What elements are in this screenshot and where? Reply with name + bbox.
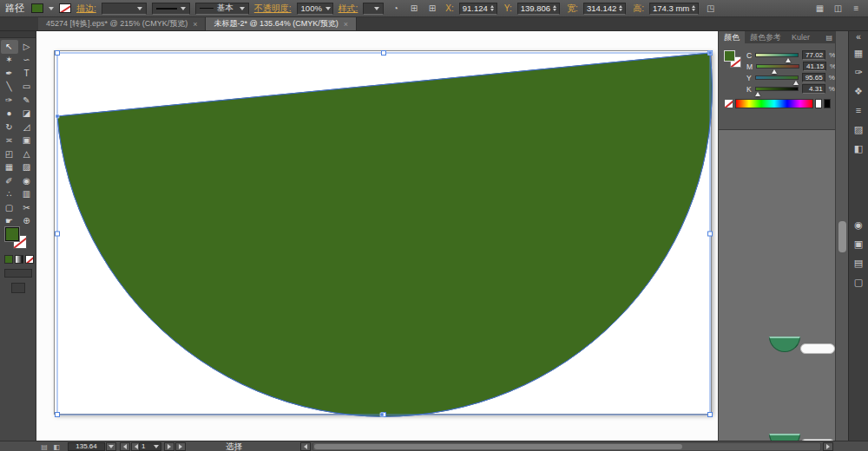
column-graph-tool[interactable]: ▥ <box>18 188 36 202</box>
status-menu-icon[interactable]: ▤ <box>40 442 49 451</box>
selection-handle[interactable] <box>56 413 60 417</box>
expand-panels-icon[interactable]: « <box>849 31 868 43</box>
next-artboard-icon[interactable] <box>164 442 174 451</box>
document-tab-inactive[interactable]: 45274 [转换].eps* @ 215% (CMYK/预览) × <box>38 17 206 30</box>
scale-tool[interactable]: ◿ <box>18 121 36 134</box>
drawing-mode-button[interactable] <box>4 269 32 278</box>
yellow-slider[interactable] <box>755 75 799 80</box>
fill-color-swatch[interactable] <box>31 3 43 13</box>
stroke-color-swatch[interactable] <box>59 3 71 13</box>
status-grid-icon[interactable]: ◧ <box>52 442 61 451</box>
panel-icon-layers[interactable]: ▤ <box>849 253 868 272</box>
gradient-tool[interactable]: ▨ <box>18 161 36 175</box>
fill-dropdown-arrow-icon[interactable] <box>49 7 54 10</box>
black-value-field[interactable]: 4.31 <box>802 84 825 94</box>
arrange-documents-icon[interactable]: ▦ <box>813 3 826 15</box>
fill-color-proxy[interactable] <box>724 50 735 62</box>
y-position-field[interactable]: 139.806 <box>517 3 560 15</box>
none-button[interactable] <box>25 255 34 264</box>
none-swatch[interactable] <box>724 99 733 108</box>
panel-icon-artboards[interactable]: ▢ <box>849 272 868 291</box>
scrollbar-thumb[interactable] <box>838 221 846 252</box>
panel-icon-stroke[interactable]: ≡ <box>849 101 868 120</box>
tools-panel-header[interactable] <box>0 31 36 38</box>
tab-color-guide[interactable]: 颜色参考 <box>745 31 786 43</box>
line-segment-tool[interactable]: ╲ <box>1 81 18 95</box>
anchor-point[interactable] <box>380 413 384 416</box>
panel-icon-brushes[interactable]: ✑ <box>849 62 868 82</box>
style-label[interactable]: 样式: <box>339 3 358 15</box>
scroll-right-icon[interactable] <box>823 442 833 451</box>
workspace-switcher-icon[interactable]: ◫ <box>832 3 845 15</box>
scrollbar-thumb[interactable] <box>314 444 682 449</box>
perspective-grid-tool[interactable]: △ <box>18 147 36 161</box>
black-swatch[interactable] <box>824 99 831 108</box>
artboard-number-field[interactable]: 1 <box>139 442 161 451</box>
stepper-arrows-icon[interactable] <box>692 5 695 11</box>
zoom-dropdown-arrow-icon[interactable] <box>106 442 116 451</box>
color-button[interactable] <box>4 255 13 264</box>
magenta-value-field[interactable]: 41.15 <box>803 62 826 71</box>
document-tab-active[interactable]: 未标题-2* @ 135.64% (CMYK/预览) × <box>206 17 356 30</box>
paintbrush-tool[interactable]: ✑ <box>1 94 18 108</box>
x-position-field[interactable]: 91.124 <box>459 3 497 15</box>
anchor-point[interactable] <box>56 114 59 118</box>
stepper-arrows-icon[interactable] <box>619 5 622 11</box>
tab-kuler[interactable]: Kuler <box>786 31 815 43</box>
stroke-label[interactable]: 描边: <box>76 3 96 15</box>
symbol-sprayer-tool[interactable]: ∴ <box>1 188 18 202</box>
free-transform-tool[interactable]: ▣ <box>18 134 36 148</box>
slider-thumb[interactable] <box>755 92 760 96</box>
rotate-tool[interactable]: ↻ <box>1 121 18 134</box>
magic-wand-tool[interactable]: ✶ <box>1 54 18 68</box>
panel-icon-graphic-styles[interactable]: ▣ <box>849 234 868 253</box>
magenta-slider[interactable] <box>756 64 799 69</box>
panel-icon-swatches[interactable]: ▦ <box>849 43 868 62</box>
direct-selection-tool[interactable]: ▷ <box>18 40 36 54</box>
stroke-style-dropdown[interactable] <box>152 3 190 15</box>
close-icon[interactable]: × <box>193 20 197 29</box>
fill-color-proxy[interactable] <box>5 227 19 241</box>
last-artboard-icon[interactable] <box>175 442 186 451</box>
lasso-tool[interactable]: ∽ <box>18 54 36 68</box>
first-artboard-icon[interactable] <box>120 442 130 451</box>
close-icon[interactable]: × <box>344 20 348 29</box>
recolor-artwork-icon[interactable]: ◔ <box>389 3 402 15</box>
panel-icon-transparency[interactable]: ◧ <box>849 139 868 158</box>
selection-handle[interactable] <box>56 232 60 236</box>
pen-tool[interactable]: ✒ <box>1 67 18 81</box>
opacity-dropdown[interactable]: 100% <box>297 3 333 15</box>
opacity-label[interactable]: 不透明度: <box>254 3 292 15</box>
anchor-point[interactable] <box>708 51 712 55</box>
mesh-tool[interactable]: ▦ <box>1 161 18 175</box>
height-field[interactable]: 174.3 mm <box>649 3 699 15</box>
blend-tool[interactable]: ◉ <box>18 174 36 188</box>
color-spectrum-ramp[interactable] <box>735 99 813 108</box>
tab-color[interactable]: 颜色 <box>719 31 745 43</box>
pencil-tool[interactable]: ✎ <box>18 94 36 108</box>
cyan-value-field[interactable]: 77.02 <box>802 50 825 60</box>
transform-panel-icon[interactable]: ◳ <box>704 3 717 15</box>
black-slider[interactable] <box>755 87 799 91</box>
drawn-shape[interactable] <box>57 53 712 416</box>
white-swatch[interactable] <box>815 99 822 108</box>
align-grid-icon[interactable]: ⊞ <box>407 3 420 15</box>
hand-tool[interactable]: ☛ <box>1 215 18 229</box>
width-field[interactable]: 314.142 <box>583 3 626 15</box>
gradient-button[interactable] <box>15 255 23 264</box>
selection-handle[interactable] <box>382 51 386 56</box>
horizontal-scrollbar[interactable] <box>312 442 821 451</box>
align-grid-icon[interactable]: ⊞ <box>425 3 438 15</box>
selection-handle[interactable] <box>56 51 60 56</box>
artboard-tool[interactable]: ▢ <box>1 201 18 215</box>
stepper-arrows-icon[interactable] <box>490 5 494 11</box>
yellow-value-field[interactable]: 95.65 <box>802 73 825 82</box>
canvas[interactable] <box>36 31 718 441</box>
stepper-arrows-icon[interactable] <box>553 5 556 11</box>
brush-definition-dropdown[interactable]: 基本 <box>195 3 249 15</box>
vertical-scrollbar[interactable] <box>835 31 848 441</box>
scroll-left-icon[interactable] <box>300 442 311 451</box>
zoom-tool[interactable]: ⊕ <box>18 215 36 229</box>
panel-menu-icon[interactable]: ▤ <box>825 34 835 42</box>
slice-tool[interactable]: ✂ <box>18 201 36 215</box>
